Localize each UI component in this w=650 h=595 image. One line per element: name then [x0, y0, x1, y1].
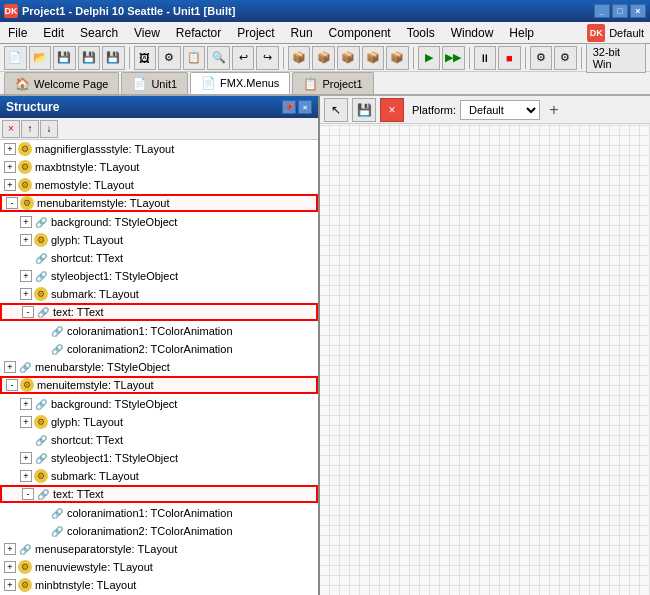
tb-icon-9[interactable]: 📦 — [337, 46, 360, 70]
expand-button[interactable]: - — [6, 197, 18, 209]
tree-node[interactable]: 🔗coloranimation1: TColorAnimation — [0, 322, 318, 340]
expand-button[interactable]: - — [22, 488, 34, 500]
tree-node[interactable]: 🔗coloranimation2: TColorAnimation — [0, 522, 318, 540]
menu-view[interactable]: View — [126, 22, 168, 43]
menu-edit[interactable]: Edit — [35, 22, 72, 43]
expand-button[interactable]: + — [20, 216, 32, 228]
panel-close-button[interactable]: × — [298, 100, 312, 114]
expand-button[interactable]: + — [4, 579, 16, 591]
tb-run2[interactable]: ▶▶ — [442, 46, 465, 70]
tree-node[interactable]: +⚙minbtnstyle: TLayout — [0, 576, 318, 594]
tree-node[interactable]: 🔗shortcut: TText — [0, 431, 318, 449]
save-button[interactable]: 💾 — [53, 46, 76, 70]
tree-node[interactable]: +⚙glyph: TLayout — [0, 231, 318, 249]
tb-extra-2[interactable]: ⚙ — [554, 46, 577, 70]
tb-icon-10[interactable]: 📦 — [362, 46, 385, 70]
tree-node[interactable]: +⚙maxbtnstyle: TLayout — [0, 158, 318, 176]
expand-button[interactable]: + — [4, 161, 16, 173]
platform-select[interactable]: Default Windows macOS iOS Android — [460, 100, 540, 120]
new-button[interactable]: 📄 — [4, 46, 27, 70]
tree-node[interactable]: +⚙glyph: TLayout — [0, 413, 318, 431]
panel-pin-button[interactable]: 📌 — [282, 100, 296, 114]
menu-run[interactable]: Run — [283, 22, 321, 43]
tb-icon-7[interactable]: 📦 — [288, 46, 311, 70]
tree-node[interactable]: +🔗styleobject1: TStyleObject — [0, 267, 318, 285]
tree-node[interactable]: +🔗background: TStyleObject — [0, 395, 318, 413]
tb-icon-1[interactable]: 🖼 — [134, 46, 157, 70]
link-icon: 🔗 — [34, 251, 48, 265]
tree-node[interactable]: -🔗text: TText — [0, 485, 318, 503]
expand-button[interactable]: + — [4, 143, 16, 155]
expand-button[interactable]: + — [20, 234, 32, 246]
expand-button[interactable]: + — [4, 561, 16, 573]
expand-button[interactable]: + — [4, 543, 16, 555]
expand-button[interactable]: - — [22, 306, 34, 318]
menu-refactor[interactable]: Refactor — [168, 22, 229, 43]
tree-node[interactable]: +⚙submark: TLayout — [0, 467, 318, 485]
tb-icon-3[interactable]: 📋 — [183, 46, 206, 70]
panel-title: Structure — [6, 100, 282, 114]
canvas-btn-save[interactable]: 💾 — [352, 98, 376, 122]
tab-project1[interactable]: 📋 Project1 — [292, 72, 373, 94]
saveall-button[interactable]: 💾 — [102, 46, 125, 70]
tb-icon-11[interactable]: 📦 — [386, 46, 409, 70]
tree-node[interactable]: +⚙submark: TLayout — [0, 285, 318, 303]
tb-pause[interactable]: ⏸ — [474, 46, 497, 70]
tree-node[interactable]: -⚙menubaritemstyle: TLayout — [0, 194, 318, 212]
expand-button[interactable]: + — [4, 361, 16, 373]
struct-close-btn[interactable]: × — [2, 120, 20, 138]
tree-node[interactable]: +🔗styleobject1: TStyleObject — [0, 449, 318, 467]
tree-node[interactable]: +⚙menuviewstyle: TLayout — [0, 558, 318, 576]
tree-node[interactable]: +🔗menuseparatorstyle: TLayout — [0, 540, 318, 558]
maximize-button[interactable]: □ — [612, 4, 628, 18]
tab-welcome[interactable]: 🏠 Welcome Page — [4, 72, 119, 94]
tree-area[interactable]: +⚙magnifierglassstyle: TLayout+⚙maxbtnst… — [0, 140, 318, 595]
tb-icon-8[interactable]: 📦 — [312, 46, 335, 70]
expand-button[interactable]: + — [20, 452, 32, 464]
expand-button[interactable]: - — [6, 379, 18, 391]
expand-button[interactable]: + — [20, 270, 32, 282]
window-controls[interactable]: _ □ × — [594, 4, 646, 18]
expand-button[interactable]: + — [20, 416, 32, 428]
minimize-button[interactable]: _ — [594, 4, 610, 18]
tree-node[interactable]: -⚙menuitemstyle: TLayout — [0, 376, 318, 394]
tree-node[interactable]: +⚙memostyle: TLayout — [0, 176, 318, 194]
saveas-button[interactable]: 💾 — [78, 46, 101, 70]
tb-run[interactable]: ▶ — [418, 46, 441, 70]
expand-button[interactable]: + — [4, 179, 16, 191]
canvas-btn-pointer[interactable]: ↖ — [324, 98, 348, 122]
tab-unit1[interactable]: 📄 Unit1 — [121, 72, 188, 94]
tab-fmxmenus[interactable]: 📄 FMX.Menus — [190, 72, 290, 94]
close-button[interactable]: × — [630, 4, 646, 18]
struct-down-btn[interactable]: ↓ — [40, 120, 58, 138]
tree-node[interactable]: 🔗coloranimation1: TColorAnimation — [0, 504, 318, 522]
struct-up-btn[interactable]: ↑ — [21, 120, 39, 138]
tree-node[interactable]: 🔗coloranimation2: TColorAnimation — [0, 340, 318, 358]
tree-node[interactable]: +🔗background: TStyleObject — [0, 213, 318, 231]
tb-icon-4[interactable]: 🔍 — [207, 46, 230, 70]
expand-button[interactable]: + — [20, 398, 32, 410]
canvas-add-button[interactable]: + — [544, 100, 564, 120]
expand-button[interactable]: + — [20, 470, 32, 482]
tree-node[interactable]: +⚙magnifierglassstyle: TLayout — [0, 140, 318, 158]
tb-icon-5[interactable]: ↩ — [232, 46, 255, 70]
menu-search[interactable]: Search — [72, 22, 126, 43]
tb-icon-2[interactable]: ⚙ — [158, 46, 181, 70]
open-button[interactable]: 📂 — [29, 46, 52, 70]
tree-node[interactable]: +🔗menubarstyle: TStyleObject — [0, 358, 318, 376]
expand-button[interactable]: + — [20, 288, 32, 300]
menu-tools[interactable]: Tools — [399, 22, 443, 43]
tree-node[interactable]: 🔗shortcut: TText — [0, 249, 318, 267]
menu-help[interactable]: Help — [501, 22, 542, 43]
menu-component[interactable]: Component — [321, 22, 399, 43]
tb-extra-1[interactable]: ⚙ — [530, 46, 553, 70]
canvas-btn-close[interactable]: × — [380, 98, 404, 122]
menu-project[interactable]: Project — [229, 22, 282, 43]
menu-file[interactable]: File — [0, 22, 35, 43]
menu-window[interactable]: Window — [443, 22, 502, 43]
bitness-label[interactable]: 32-bit Win — [586, 43, 646, 73]
tb-icon-6[interactable]: ↪ — [256, 46, 279, 70]
node-label: background: TStyleObject — [51, 398, 177, 410]
tb-stop[interactable]: ■ — [498, 46, 521, 70]
tree-node[interactable]: -🔗text: TText — [0, 303, 318, 321]
